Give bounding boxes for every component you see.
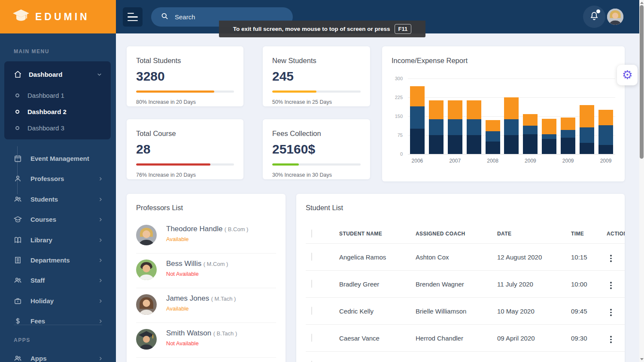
people-icon [14,354,22,362]
search-input[interactable] [175,13,278,21]
student-name: Angelica Ramos [339,253,416,261]
assigned-coach: Brielle Williamson [416,308,497,315]
chart-bar [467,100,481,154]
student-name: Cedric Kelly [339,308,416,315]
stat-card-new-students: New Students 245 50% Increase in 25 Days [263,46,370,106]
assigned-coach: Herrod Chandler [416,335,497,342]
scrollbar-up-arrow[interactable] [640,2,644,4]
professor-avatar [136,329,157,350]
progress-bar [272,90,361,93]
dollar-icon [14,317,22,325]
sidebar-item-departments[interactable]: Departments [0,250,116,270]
student-name: Caesar Vance [339,335,416,342]
chevron-right-icon [98,356,103,361]
bullet-icon [15,110,19,114]
user-avatar[interactable] [607,9,623,25]
professor-avatar [136,225,157,245]
row-actions-menu-icon[interactable] [607,253,615,264]
chart-title: Income/Expense Report [392,57,615,65]
settings-button[interactable]: ⚙ [617,65,638,85]
row-actions-menu-icon[interactable] [607,334,615,345]
professors-list-card: Professors List Theodore Handle ( B.Com … [127,194,286,362]
sidebar-dashboard-group: Dashboard Dashboard 1 Dashboard 2 Dashbo… [4,61,111,139]
sidebar: EDUMIN MAIN MENU Dashboard Dashboard 1 D… [0,0,116,362]
sidebar-item-apps[interactable]: Apps [0,348,116,362]
chart-bar [429,100,444,154]
sidebar-item-professors[interactable]: Professors [0,169,116,189]
professor-list-item[interactable]: Bess Willis ( M.Com ) Not Available [136,253,276,288]
professor-list-item[interactable]: Theodore Handle ( B.Com ) Available [136,219,276,253]
time: 10:00 [571,281,607,288]
scrollbar-thumb[interactable] [640,5,644,159]
professor-list-item[interactable]: Smith Watson ( B.Tach ) Not Available [136,323,276,358]
calendar-icon [14,154,22,163]
date: 11 July 2020 [497,281,571,288]
select-all-checkbox[interactable] [311,229,312,238]
sidebar-item-fees[interactable]: Fees [0,311,116,331]
chart-x-axis: 200620072008200920092009 [408,158,615,164]
app-logo[interactable]: EDUMIN [0,0,116,33]
chart-bar [561,118,575,154]
stat-title: Fees Collection [272,130,361,138]
time: 09:30 [571,335,607,342]
fullscreen-exit-banner: To exit full screen, move mouse to top o… [219,21,425,37]
sidebar-item-library[interactable]: Library [0,230,116,250]
professor-degree: ( M.Com ) [204,261,228,267]
notifications-button[interactable] [583,6,605,28]
sidebar-item-courses[interactable]: Courses [0,209,116,229]
scrollbar-down-arrow[interactable] [640,358,644,360]
professor-list-item[interactable] [136,358,276,362]
row-checkbox[interactable] [311,334,312,342]
professor-list-item[interactable]: James Jones ( M.Tach ) Available [136,288,276,323]
chart-bar [448,100,462,154]
row-checkbox[interactable] [311,280,312,288]
sidebar-item-dashboard-3[interactable]: Dashboard 3 [4,120,111,136]
row-actions-menu-icon[interactable] [607,280,615,291]
table-row: Bradley Greer Brenden Wagner 11 July 202… [306,271,625,298]
stat-value: 3280 [136,69,234,84]
chart-bar [523,114,538,154]
sidebar-item-dashboard-1[interactable]: Dashboard 1 [4,87,111,103]
stat-subtitle: 80% Increase in 20 Days [136,99,234,105]
graduation-cap-logo-icon [13,9,29,24]
sidebar-item-students[interactable]: Students [0,189,116,209]
chevron-right-icon [98,238,103,243]
chevron-right-icon [98,258,103,263]
progress-bar [272,163,361,166]
row-actions-menu-icon[interactable] [607,307,615,318]
chevron-right-icon [98,299,103,304]
student-table: STUDENT NAME ASSIGNED COACH DATE TIME AC… [306,224,625,362]
chevron-right-icon [98,278,103,283]
chart-bar [598,110,613,154]
menu-toggle-button[interactable] [123,7,143,27]
sidebar-item-staff[interactable]: Staff [0,270,116,290]
app-name: EDUMIN [35,11,90,23]
professor-avatar [136,294,157,315]
book-icon [14,236,22,244]
professor-status: Available [166,236,248,242]
table-row: Caesar Vance Herrod Chandler 09 April 20… [306,325,625,352]
chevron-down-icon [97,72,102,77]
professor-degree: ( B.Tach ) [213,330,237,337]
table-header-row: STUDENT NAME ASSIGNED COACH DATE TIME AC… [306,224,625,244]
stat-value: 245 [272,69,361,84]
chart-plot [408,78,615,154]
row-checkbox[interactable] [311,253,312,261]
stat-subtitle: 30% Increase in 30 Days [272,172,361,178]
student-list-title: Student List [306,204,625,212]
column-header-date: DATE [497,231,571,237]
row-checkbox[interactable] [311,307,312,315]
sidebar-item-dashboard[interactable]: Dashboard [4,61,111,87]
sidebar-item-holiday[interactable]: Holiday [0,291,116,311]
chart-bars [408,78,615,154]
person-icon [14,175,22,183]
sidebar-item-dashboard-2[interactable]: Dashboard 2 [4,103,111,120]
chart-y-axis: 075150225300 [392,78,408,154]
briefcase-icon [14,297,22,305]
chart-bar [504,97,519,154]
professor-name: James Jones [166,294,209,302]
column-header-assigned-coach: ASSIGNED COACH [416,231,497,237]
sidebar-item-event-management[interactable]: Event Management [0,148,116,169]
progress-bar [136,90,234,93]
stat-card-total-course: Total Course 28 76% Increase in 20 Days [127,119,243,179]
